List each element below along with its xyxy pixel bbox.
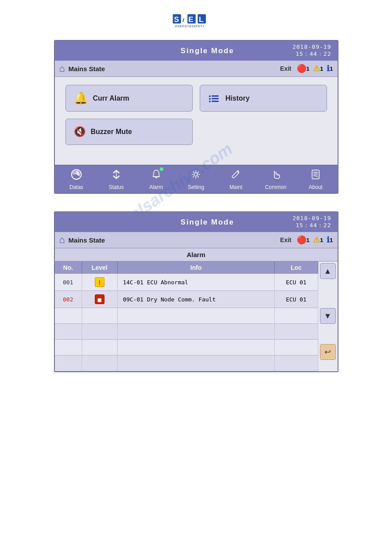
empty-row-2: [55, 324, 318, 340]
doc-icon: ≡: [310, 169, 321, 183]
wrench-icon: [230, 169, 241, 183]
panel-1: Single Mode 2018-09-19 15：44：22 ⌂ Mains …: [54, 40, 338, 194]
svg-line-24: [198, 172, 199, 173]
warning-icon: !: [95, 277, 104, 287]
scroll-up-button[interactable]: ▲: [320, 263, 336, 279]
history-label: History: [226, 94, 250, 102]
nav-maint-label: Maint: [230, 184, 242, 190]
panel-2-title: Single Mode: [122, 218, 293, 227]
buzzer-mute-label: Buzzer Mute: [91, 128, 132, 136]
status-indicators: 🔴 1 ⚠ 1 ℹ 1: [297, 64, 333, 73]
panel-2-datetime: 2018-09-19 15：44：22: [292, 215, 331, 229]
bottom-nav: Datas Status Alarm: [55, 165, 338, 193]
logo-area: S i E L ENERGY&SAFETY: [170, 8, 223, 32]
svg-line-25: [193, 176, 194, 177]
status-indicators-2: 🔴 1 ⚠ 1 ℹ 1: [297, 235, 333, 245]
svg-rect-11: [212, 98, 219, 99]
svg-line-22: [193, 172, 194, 173]
error-icon: ■: [95, 294, 104, 304]
red-count-2: 1: [306, 237, 309, 243]
logo-svg: S i E L ENERGY&SAFETY: [170, 8, 223, 32]
svg-text:E: E: [188, 15, 194, 24]
curr-alarm-button[interactable]: 🔔 Curr Alarm: [65, 85, 193, 112]
alarm-table-wrapper: No. Level Info Loc 001 ! 14C-01 ECU Abno…: [55, 261, 338, 371]
curr-alarm-label: Curr Alarm: [93, 94, 129, 102]
svg-rect-9: [212, 95, 219, 97]
hand-icon: [270, 169, 281, 183]
svg-text:i: i: [182, 17, 184, 23]
row-1-no: 001: [55, 274, 82, 291]
empty-row-4: [55, 355, 318, 371]
mains-state-label-2: Mains State: [68, 236, 280, 244]
nav-alarm[interactable]: Alarm: [141, 169, 172, 190]
history-button[interactable]: History: [200, 85, 327, 112]
nav-about-label: About: [309, 184, 322, 190]
table-row[interactable]: 001 ! 14C-01 ECU Abnormal ECU 01: [55, 274, 318, 291]
nav-status-label: Status: [109, 184, 124, 190]
row-2-level: ■: [82, 291, 117, 308]
exit-button-2[interactable]: Exit: [280, 236, 291, 243]
row-1-level: !: [82, 274, 117, 291]
svg-point-12: [209, 101, 211, 102]
alarm-table: No. Level Info Loc 001 ! 14C-01 ECU Abno…: [55, 261, 318, 371]
blue-count-2: 1: [330, 237, 333, 243]
panel-1-datetime: 2018-09-19 15：44：22: [292, 44, 331, 58]
svg-text:S: S: [174, 15, 179, 24]
mains-state-label: Mains State: [68, 65, 280, 73]
red-icon: 🔴: [297, 64, 306, 73]
panel-1-body: 🔔 Curr Alarm History: [55, 77, 338, 165]
yellow-icon: ⚠: [313, 64, 320, 73]
svg-line-23: [198, 176, 199, 177]
nav-common[interactable]: Common: [260, 169, 291, 190]
nav-maint[interactable]: Maint: [220, 169, 251, 190]
col-loc: Loc: [274, 261, 318, 274]
indicator-blue-2: ℹ 1: [327, 235, 333, 245]
buzzer-icon: 🔇: [74, 126, 86, 138]
alarm-badge: [160, 167, 163, 171]
yellow-count-2: 1: [320, 237, 323, 243]
nav-datas[interactable]: Datas: [61, 169, 92, 190]
yellow-icon-2: ⚠: [313, 235, 320, 245]
svg-point-17: [194, 173, 198, 176]
panel-1-header: Single Mode 2018-09-19 15：44：22: [55, 41, 338, 61]
nav-about[interactable]: ≡ About: [300, 169, 331, 190]
back-button[interactable]: ↩: [320, 344, 336, 360]
svg-point-10: [209, 98, 211, 100]
panel-1-title: Single Mode: [122, 47, 293, 55]
svg-text:ENERGY&SAFETY: ENERGY&SAFETY: [175, 25, 205, 28]
empty-row-1: [55, 308, 318, 324]
row-2-loc: ECU 01: [274, 291, 318, 308]
nav-datas-label: Datas: [69, 184, 83, 190]
nav-setting[interactable]: Setting: [180, 169, 211, 190]
col-info: Info: [117, 261, 274, 274]
indicator-yellow: ⚠ 1: [313, 64, 323, 73]
col-level: Level: [82, 261, 117, 274]
nav-status[interactable]: Status: [101, 169, 132, 190]
scroll-down-button[interactable]: ▼: [320, 308, 336, 324]
panel-2-header: Single Mode 2018-09-19 15：44：22: [55, 212, 338, 232]
table-row[interactable]: 002 ■ 09C-01 Dry Node Comm. Fault ECU 01: [55, 291, 318, 308]
indicator-red-2: 🔴 1: [297, 235, 309, 245]
arrows-icon: [111, 169, 122, 183]
svg-point-8: [209, 95, 211, 97]
panel-2: Single Mode 2018-09-19 15：44：22 ⌂ Mains …: [54, 211, 338, 372]
table-header-row: No. Level Info Loc: [55, 261, 318, 274]
home-icon[interactable]: ⌂: [59, 63, 65, 74]
home-icon-2[interactable]: ⌂: [59, 234, 65, 246]
gear-icon: [190, 169, 201, 183]
svg-text:≡: ≡: [316, 174, 318, 178]
blue-icon-2: ℹ: [327, 235, 330, 245]
chart-icon: [71, 169, 82, 183]
red-icon-2: 🔴: [297, 235, 306, 245]
indicator-red: 🔴 1: [297, 64, 309, 73]
bell-icon: 🔔: [74, 91, 88, 105]
red-count: 1: [306, 65, 309, 72]
exit-button[interactable]: Exit: [280, 65, 291, 72]
indicator-blue: ℹ 1: [327, 64, 333, 73]
row-1-loc: ECU 01: [274, 274, 318, 291]
bell-nav-icon: [151, 169, 162, 183]
yellow-count: 1: [320, 65, 323, 72]
list-icon: [208, 94, 219, 102]
buzzer-mute-button[interactable]: 🔇 Buzzer Mute: [65, 119, 193, 145]
col-no: No.: [55, 261, 82, 274]
